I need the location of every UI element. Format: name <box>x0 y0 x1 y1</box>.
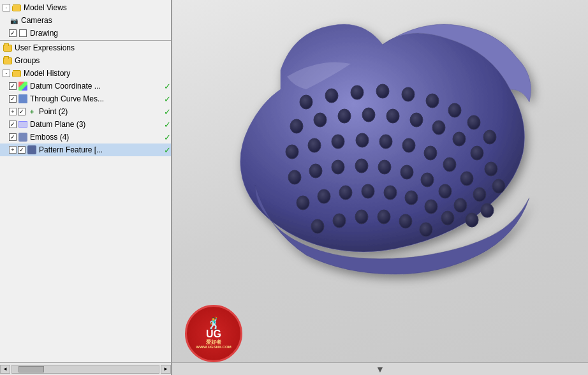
emboss-check: ✓ <box>164 133 171 142</box>
cameras-icon: 📷 <box>9 16 19 25</box>
cameras-label: Cameras <box>21 16 171 25</box>
svg-point-38 <box>439 184 452 198</box>
svg-point-54 <box>420 223 432 237</box>
svg-point-13 <box>386 109 399 123</box>
svg-point-12 <box>362 108 375 122</box>
tree-item-drawing[interactable]: Drawing <box>0 27 171 40</box>
ug-logo-figure: 🕺 <box>207 318 221 329</box>
svg-point-8 <box>483 130 496 144</box>
datum-plane-label: Datum Plane (3) <box>30 120 161 129</box>
user-expressions-icon <box>3 43 13 52</box>
folder-icon <box>11 3 22 12</box>
through-curve-checkbox[interactable] <box>9 95 17 103</box>
svg-point-21 <box>308 138 321 152</box>
tree-item-groups[interactable]: Groups <box>0 54 171 67</box>
point-checkbox[interactable] <box>18 108 26 115</box>
tree-item-through-curve[interactable]: Through Curve Mes... ✓ <box>0 92 171 105</box>
svg-point-26 <box>424 146 437 160</box>
expand-model-views[interactable]: - <box>3 4 10 11</box>
tree-item-cameras[interactable]: 📷 Cameras <box>0 14 171 27</box>
datum-coord-checkbox[interactable] <box>9 82 17 90</box>
tree-item-user-expressions[interactable]: User Expressions <box>0 41 171 54</box>
tree-item-emboss[interactable]: Emboss (4) ✓ <box>0 131 171 143</box>
svg-point-4 <box>402 87 415 101</box>
svg-point-15 <box>432 121 445 135</box>
through-curve-check: ✓ <box>164 94 171 104</box>
scroll-track[interactable] <box>11 365 159 374</box>
svg-point-42 <box>318 189 330 203</box>
groups-label: Groups <box>15 56 171 65</box>
pattern-checkbox[interactable] <box>18 146 26 154</box>
emboss-label: Emboss (4) <box>30 133 161 142</box>
expand-model-history[interactable]: - <box>3 70 10 77</box>
svg-point-30 <box>481 203 494 217</box>
svg-point-17 <box>471 146 483 160</box>
scroll-right-btn[interactable]: ► <box>161 365 171 374</box>
viewport-3d[interactable]: 🕺 UG 爱好者 WWW.UGSNX.COM ▼ <box>172 0 588 375</box>
model-views-label: Model Views <box>24 3 171 12</box>
model-history-icon <box>11 69 22 78</box>
tree-item-datum-plane[interactable]: Datum Plane (3) ✓ <box>0 118 171 131</box>
datum-coord-icon <box>18 82 28 91</box>
svg-point-23 <box>356 133 369 147</box>
scroll-left-btn[interactable]: ◄ <box>0 365 10 374</box>
tree-item-point[interactable]: + + Point (2) ✓ <box>0 105 171 118</box>
user-expressions-label: User Expressions <box>15 43 171 52</box>
ug-logo-circle: 🕺 UG 爱好者 WWW.UGSNX.COM <box>185 305 242 362</box>
tree-item-model-history[interactable]: - Model History <box>0 67 171 80</box>
point-label: Point (2) <box>39 107 161 116</box>
groups-icon <box>3 56 13 65</box>
svg-point-50 <box>333 214 346 228</box>
bottom-arrow-icon: ▼ <box>376 364 385 374</box>
svg-point-39 <box>454 198 467 212</box>
tree-item-pattern-feature[interactable]: + Pattern Feature [... ✓ <box>0 143 171 156</box>
svg-point-5 <box>426 94 439 108</box>
tree-item-model-views[interactable]: - Model Views <box>0 1 171 14</box>
svg-point-53 <box>399 214 412 228</box>
point-check: ✓ <box>164 107 171 117</box>
svg-point-35 <box>378 160 391 174</box>
svg-point-46 <box>405 191 418 205</box>
svg-point-3 <box>376 84 389 98</box>
horizontal-scrollbar[interactable]: ◄ ► <box>0 362 171 375</box>
expand-pattern[interactable]: + <box>9 146 17 154</box>
svg-point-33 <box>332 160 344 174</box>
viewport-bottom-bar: ▼ <box>172 362 588 375</box>
svg-point-48 <box>441 211 454 225</box>
svg-point-6 <box>448 103 461 117</box>
svg-point-28 <box>460 172 473 186</box>
svg-point-19 <box>492 179 505 193</box>
3d-model-svg <box>204 6 561 338</box>
svg-point-10 <box>314 113 327 127</box>
model-history-label: Model History <box>24 69 171 78</box>
svg-point-41 <box>297 196 309 210</box>
svg-point-16 <box>453 132 466 146</box>
svg-point-44 <box>362 184 374 198</box>
svg-point-11 <box>338 109 351 123</box>
datum-coord-label: Datum Coordinate ... <box>30 82 161 91</box>
drawing-label: Drawing <box>30 29 171 38</box>
svg-point-9 <box>290 119 303 133</box>
datum-plane-icon <box>18 120 28 129</box>
svg-point-43 <box>339 186 352 200</box>
drawing-checkbox[interactable] <box>9 29 17 37</box>
datum-plane-checkbox[interactable] <box>9 121 17 128</box>
svg-point-31 <box>288 170 301 184</box>
svg-point-34 <box>355 159 368 173</box>
tree-area: - Model Views 📷 Cameras Drawing <box>0 0 171 362</box>
expand-point[interactable]: + <box>9 108 17 115</box>
point-icon: + <box>27 107 37 116</box>
svg-point-40 <box>466 213 478 227</box>
ug-logo-text: UG <box>206 329 221 339</box>
scroll-thumb[interactable] <box>18 366 44 372</box>
ug-logo-subtitle: 爱好者 <box>206 339 221 346</box>
emboss-checkbox[interactable] <box>9 133 17 141</box>
svg-point-20 <box>286 145 298 159</box>
svg-point-22 <box>332 135 344 149</box>
emboss-icon <box>18 133 28 142</box>
svg-point-2 <box>351 85 364 99</box>
tree-item-datum-coord[interactable]: Datum Coordinate ... ✓ <box>0 80 171 92</box>
through-curve-label: Through Curve Mes... <box>30 94 161 103</box>
svg-point-51 <box>355 210 368 224</box>
svg-point-47 <box>425 200 437 214</box>
